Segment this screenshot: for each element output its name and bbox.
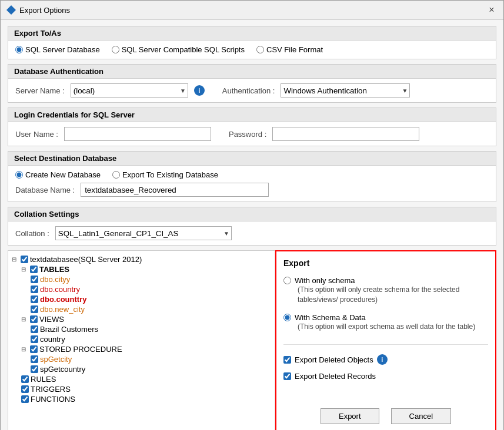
tree-dbo-new-city[interactable]: dbo.new_city	[31, 304, 271, 314]
db-name-row: Database Name :	[15, 183, 489, 197]
destination-options: Create New Database Export To Existing D…	[15, 170, 489, 179]
dialog-content: Export To/As SQL Server Database SQL Ser…	[1, 20, 503, 430]
schema-data-desc: (This option will export schema as well …	[298, 322, 488, 332]
tree-views[interactable]: ⊟ VIEWS	[21, 314, 271, 324]
radio-create-new[interactable]: Create New Database	[15, 170, 101, 179]
tree-dbo-country[interactable]: dbo.country	[31, 284, 271, 294]
username-label: User Name :	[15, 130, 58, 139]
cityy-checkbox[interactable]	[31, 276, 38, 283]
brazil-customers-checkbox[interactable]	[31, 325, 38, 333]
collation-row: Collation : SQL_Latin1_General_CP1_CI_AS	[15, 226, 489, 240]
new-city-checkbox[interactable]	[31, 305, 38, 313]
export-to-as-section: Export To/As SQL Server Database SQL Ser…	[8, 26, 496, 59]
schema-data-radio-label[interactable]: With Schema & Data	[283, 313, 488, 322]
export-deleted-records-row: Export Deleted Records	[283, 372, 488, 381]
export-panel: Export With only schema (This option wil…	[275, 250, 496, 430]
schema-only-block: With only schema (This option will only …	[283, 276, 488, 305]
close-button[interactable]: ×	[486, 4, 498, 16]
tree-brazil-customers[interactable]: Brazil Customers	[31, 324, 271, 334]
destination-label: Select Destination Database	[8, 152, 496, 166]
views-checkbox[interactable]	[30, 315, 38, 323]
tree-tables[interactable]: ⊟ TABLES	[21, 264, 271, 274]
expand-icon: ⊟	[21, 266, 28, 273]
export-to-as-label: Export To/As	[8, 26, 496, 41]
auth-select[interactable]: Windows Authentication	[281, 83, 410, 98]
tree-panel: ⊟ textdatabasee(SQL Server 2012) ⊟ TABLE…	[8, 250, 275, 430]
tree-spgetcity[interactable]: spGetcity	[31, 354, 271, 364]
counttry-checkbox[interactable]	[31, 295, 38, 303]
server-info-icon[interactable]: i	[194, 85, 205, 96]
export-deleted-objects-checkbox[interactable]	[283, 356, 291, 364]
root-checkbox[interactable]	[21, 256, 28, 263]
bottom-section: ⊟ textdatabasee(SQL Server 2012) ⊟ TABLE…	[8, 250, 496, 430]
export-panel-title: Export	[283, 258, 488, 268]
collation-field-label: Collation :	[15, 229, 49, 238]
server-name-wrapper: (local)	[71, 83, 188, 98]
radio-sql-scripts[interactable]: SQL Server Compatible SQL Scripts	[112, 45, 245, 54]
tree-country-view[interactable]: country	[31, 334, 271, 344]
expand-icon: ⊟	[21, 346, 28, 352]
collation-wrapper: SQL_Latin1_General_CP1_CI_AS	[55, 226, 232, 240]
country-view-checkbox[interactable]	[31, 335, 38, 343]
functions-checkbox[interactable]	[21, 395, 29, 403]
stored-proc-checkbox[interactable]	[30, 345, 38, 353]
collation-select[interactable]: SQL_Latin1_General_CP1_CI_AS	[55, 226, 232, 240]
divider	[283, 344, 488, 345]
export-button[interactable]: Export	[321, 408, 379, 424]
triggers-checkbox[interactable]	[21, 385, 29, 393]
tree-rules[interactable]: RULES	[21, 374, 271, 384]
radio-sql-server-db[interactable]: SQL Server Database	[15, 45, 100, 54]
dialog-title: Export Options	[19, 6, 70, 15]
login-credentials-label: Login Credentials for SQL Server	[8, 108, 496, 122]
deleted-objects-info-icon[interactable]: i	[377, 354, 388, 365]
tree-root[interactable]: ⊟ textdatabasee(SQL Server 2012)	[12, 254, 271, 264]
export-deleted-records-checkbox[interactable]	[283, 372, 291, 380]
credentials-row: User Name : Password :	[15, 127, 489, 141]
collation-section: Collation Settings Collation : SQL_Latin…	[8, 207, 496, 246]
schema-only-radio-label[interactable]: With only schema	[283, 276, 488, 285]
db-name-input[interactable]	[81, 183, 269, 197]
tree-stored-proc[interactable]: ⊟ STORED PROCEDURE	[21, 344, 271, 354]
login-credentials-section: Login Credentials for SQL Server User Na…	[8, 108, 496, 146]
rules-checkbox[interactable]	[21, 375, 29, 383]
tree-spgetcountry[interactable]: spGetcountry	[31, 364, 271, 374]
button-row: Export Cancel	[283, 408, 488, 424]
app-icon	[6, 5, 16, 15]
tree-dbo-counttry[interactable]: dbo.counttry	[31, 294, 271, 304]
collation-label: Collation Settings	[8, 207, 496, 221]
server-auth-row: Server Name : (local) i Authentication :…	[15, 83, 489, 98]
title-bar-left: Export Options	[6, 5, 70, 15]
expand-icon: ⊟	[12, 256, 19, 263]
server-name-select[interactable]: (local)	[71, 83, 188, 98]
radio-existing[interactable]: Export To Existing Database	[112, 170, 218, 179]
spgetcountry-checkbox[interactable]	[31, 365, 38, 373]
expand-icon: ⊟	[21, 316, 28, 322]
password-input[interactable]	[272, 127, 419, 141]
auth-label: Authentication :	[222, 86, 275, 95]
cancel-button[interactable]: Cancel	[391, 408, 451, 424]
spgetcity-checkbox[interactable]	[31, 355, 38, 363]
username-input[interactable]	[64, 127, 211, 141]
server-name-label: Server Name :	[15, 86, 65, 95]
db-name-label: Database Name :	[15, 186, 75, 194]
auth-wrapper: Windows Authentication	[281, 83, 410, 98]
export-options-dialog: Export Options × Export To/As SQL Server…	[0, 0, 504, 430]
tables-checkbox[interactable]	[30, 266, 38, 273]
schema-data-block: With Schema & Data (This option will exp…	[283, 313, 488, 332]
schema-only-radio[interactable]	[283, 277, 291, 284]
db-auth-label: Database Authentication	[8, 65, 496, 79]
db-auth-section: Database Authentication Server Name : (l…	[8, 64, 496, 103]
export-type-group: SQL Server Database SQL Server Compatibl…	[15, 45, 489, 54]
tree-dbo-cityy[interactable]: dbo.cityy	[31, 274, 271, 284]
schema-data-radio[interactable]	[283, 314, 291, 321]
radio-csv[interactable]: CSV File Format	[256, 45, 323, 54]
title-bar: Export Options ×	[1, 1, 503, 20]
password-label: Password :	[229, 130, 266, 139]
tree-functions[interactable]: FUNCTIONS	[21, 394, 271, 404]
export-deleted-objects-row: Export Deleted Objects i	[283, 354, 488, 365]
tree-triggers[interactable]: TRIGGERS	[21, 384, 271, 394]
country-checkbox[interactable]	[31, 285, 38, 293]
destination-section: Select Destination Database Create New D…	[8, 151, 496, 202]
schema-only-desc: (This option will only create schema for…	[298, 285, 488, 305]
